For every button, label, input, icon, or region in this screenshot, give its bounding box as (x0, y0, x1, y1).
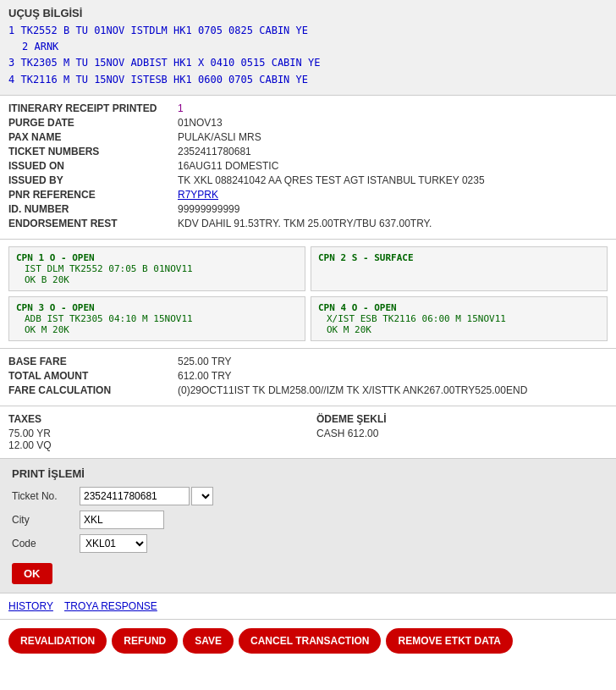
flight-line-2: 2 ARNK (22, 39, 608, 55)
print-title: PRINT İŞLEMİ (12, 467, 604, 480)
ticket-numbers-value: 2352411780681 (178, 146, 251, 157)
flight-line-1: 1 TK2552 B TU 01NOV ISTDLM HK1 0705 0825… (8, 23, 608, 39)
coupon-2: CPN 2 S - SURFACE (311, 246, 608, 291)
remove-etkt-data-button[interactable]: REMOVE ETKT DATA (386, 628, 513, 654)
coupon-3-line2: ADB IST TK2305 04:10 M 15NOV11 (25, 313, 298, 324)
ticket-no-input-group (80, 487, 213, 505)
actions-section: REVALIDATION REFUND SAVE CANCEL TRANSACT… (0, 620, 616, 662)
city-label: City (12, 514, 80, 526)
tax-line-2: 12.00 VQ (8, 439, 300, 451)
refund-button[interactable]: REFUND (112, 628, 178, 654)
ticket-numbers-label: TICKET NUMBERS (8, 146, 178, 157)
itinerary-label: ITINERARY RECEIPT PRINTED (8, 102, 178, 114)
coupon-1-line3: OK B 20K (25, 274, 298, 285)
ok-button[interactable]: OK (12, 563, 52, 584)
history-link[interactable]: HISTORY (8, 600, 53, 612)
code-label: Code (12, 538, 80, 549)
fare-calculation-row: FARE CALCULATION (0)29OCT11IST TK DLM258… (8, 384, 608, 396)
coupon-4-line2: X/IST ESB TK2116 06:00 M 15NOV11 (327, 313, 600, 324)
flight-info-title: UÇUŞ BİLGİSİ (8, 7, 608, 19)
itinerary-row: ITINERARY RECEIPT PRINTED 1 (8, 102, 608, 114)
issued-by-label: ISSUED BY (8, 174, 178, 186)
print-section: PRINT İŞLEMİ Ticket No. City Code XKL01 … (0, 459, 616, 593)
cancel-transaction-button[interactable]: CANCEL TRANSACTION (239, 628, 381, 654)
total-amount-value: 612.00 TRY (178, 370, 232, 382)
purge-date-row: PURGE DATE 01NOV13 (8, 117, 608, 129)
ticket-no-label: Ticket No. (12, 490, 80, 502)
flight-info-section: UÇUŞ BİLGİSİ 1 TK2552 B TU 01NOV ISTDLM … (0, 0, 616, 96)
total-amount-label: TOTAL AMOUNT (8, 370, 178, 382)
issued-by-row: ISSUED BY TK XKL 088241042 AA QRES TEST … (8, 174, 608, 186)
total-amount-row: TOTAL AMOUNT 612.00 TRY (8, 370, 608, 382)
coupon-1: CPN 1 O - OPEN IST DLM TK2552 07:05 B 01… (8, 246, 305, 291)
issued-by-value: TK XKL 088241042 AA QRES TEST AGT ISTANB… (178, 174, 485, 186)
fare-calculation-label: FARE CALCULATION (8, 384, 178, 396)
payment-value: CASH 612.00 (316, 428, 608, 439)
tax-line-1: 75.00 YR (8, 428, 300, 439)
troya-response-link[interactable]: TROYA RESPONSE (64, 600, 157, 612)
coupon-2-line1: CPN 2 S - SURFACE (318, 252, 600, 263)
flight-line-3: 3 TK2305 M TU 15NOV ADBIST HK1 X 0410 05… (8, 55, 608, 71)
pnr-reference-row: PNR REFERENCE R7YPRK (8, 189, 608, 201)
endorsement-label: ENDORSEMENT REST (8, 218, 178, 229)
taxes-col: TAXES 75.00 YR 12.00 VQ (8, 413, 300, 451)
ticket-no-select[interactable] (191, 487, 213, 505)
issued-on-value: 16AUG11 DOMESTIC (178, 160, 278, 172)
issued-on-row: ISSUED ON 16AUG11 DOMESTIC (8, 160, 608, 172)
code-select[interactable]: XKL01 XKL02 (80, 534, 147, 553)
pax-name-label: PAX NAME (8, 131, 178, 143)
details-section: ITINERARY RECEIPT PRINTED 1 PURGE DATE 0… (0, 96, 616, 240)
itinerary-value: 1 (178, 102, 184, 114)
ticket-no-row: Ticket No. (12, 487, 604, 505)
id-number-value: 99999999999 (178, 203, 239, 215)
id-number-label: ID. NUMBER (8, 203, 178, 215)
base-fare-row: BASE FARE 525.00 TRY (8, 356, 608, 367)
issued-on-label: ISSUED ON (8, 160, 178, 172)
flight-line-4: 4 TK2116 M TU 15NOV ISTESB HK1 0600 0705… (8, 72, 608, 88)
coupon-4: CPN 4 O - OPEN X/IST ESB TK2116 06:00 M … (311, 296, 608, 341)
base-fare-value: 525.00 TRY (178, 356, 232, 367)
pax-name-value: PULAK/ASLI MRS (178, 131, 261, 143)
fare-section: BASE FARE 525.00 TRY TOTAL AMOUNT 612.00… (0, 349, 616, 406)
coupon-4-line3: OK M 20K (327, 324, 600, 335)
coupon-3-line3: OK M 20K (25, 324, 298, 335)
payment-col: ÖDEME ŞEKLİ CASH 612.00 (316, 413, 608, 451)
base-fare-label: BASE FARE (8, 356, 178, 367)
coupons-grid: CPN 1 O - OPEN IST DLM TK2552 07:05 B 01… (8, 246, 608, 341)
fare-calculation-value: (0)29OCT11IST TK DLM258.00//IZM TK X/IST… (178, 384, 527, 396)
coupons-section: CPN 1 O - OPEN IST DLM TK2552 07:05 B 01… (0, 240, 616, 349)
ticket-no-input[interactable] (80, 487, 190, 505)
code-row: Code XKL01 XKL02 (12, 534, 604, 553)
coupon-4-line1: CPN 4 O - OPEN (318, 302, 600, 313)
endorsement-row: ENDORSEMENT REST KDV DAHIL 91.53TRY. TKM… (8, 218, 608, 229)
ticket-numbers-row: TICKET NUMBERS 2352411780681 (8, 146, 608, 157)
payment-title: ÖDEME ŞEKLİ (316, 413, 608, 425)
purge-date-value: 01NOV13 (178, 117, 223, 129)
city-row: City (12, 511, 604, 529)
pax-name-row: PAX NAME PULAK/ASLI MRS (8, 131, 608, 143)
coupon-1-line2: IST DLM TK2552 07:05 B 01NOV11 (25, 263, 298, 274)
links-section: HISTORY TROYA RESPONSE (0, 593, 616, 620)
taxes-title: TAXES (8, 413, 300, 425)
revalidation-button[interactable]: REVALIDATION (8, 628, 107, 654)
purge-date-label: PURGE DATE (8, 117, 178, 129)
endorsement-value: KDV DAHIL 91.53TRY. TKM 25.00TRY/TBU 637… (178, 218, 432, 229)
coupon-3: CPN 3 O - OPEN ADB IST TK2305 04:10 M 15… (8, 296, 305, 341)
id-number-row: ID. NUMBER 99999999999 (8, 203, 608, 215)
pnr-reference-value[interactable]: R7YPRK (178, 189, 218, 201)
taxes-payment-section: TAXES 75.00 YR 12.00 VQ ÖDEME ŞEKLİ CASH… (0, 406, 616, 459)
coupon-3-line1: CPN 3 O - OPEN (16, 302, 298, 313)
coupon-1-line1: CPN 1 O - OPEN (16, 252, 298, 263)
pnr-reference-label: PNR REFERENCE (8, 189, 178, 201)
save-button[interactable]: SAVE (183, 628, 234, 654)
city-input[interactable] (80, 511, 164, 529)
